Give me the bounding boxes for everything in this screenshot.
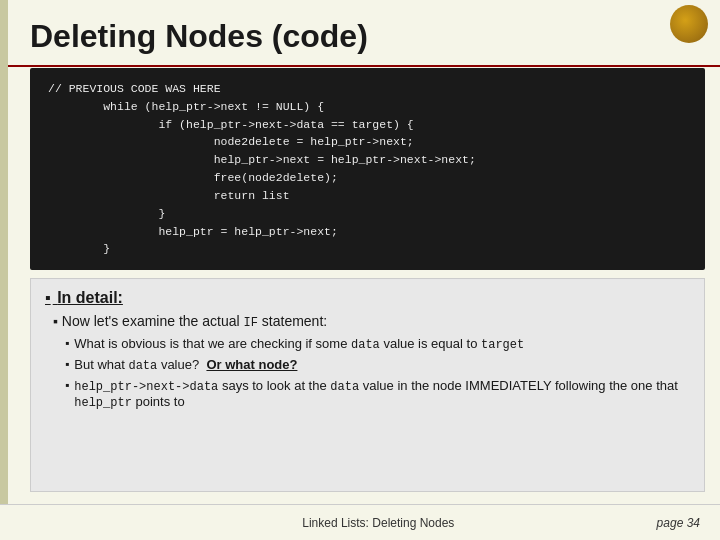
detail-title: In detail: <box>45 289 690 307</box>
detail-items: What is obvious is that we are checking … <box>65 336 690 410</box>
footer-page-number: page 34 <box>657 516 700 530</box>
footer-center-text: Linked Lists: Deleting Nodes <box>100 516 657 530</box>
footer: Linked Lists: Deleting Nodes page 34 <box>0 504 720 540</box>
detail-item-3: help_ptr->next->data says to look at the… <box>65 378 690 410</box>
title-rule <box>8 65 720 67</box>
code-block: // PREVIOUS CODE WAS HERE while (help_pt… <box>30 68 705 270</box>
page-title: Deleting Nodes (code) <box>30 18 368 55</box>
detail-item-2: But what data value? Or what node? <box>65 357 690 373</box>
slide-container: Deleting Nodes (code) // PREVIOUS CODE W… <box>0 0 720 540</box>
detail-item-1: What is obvious is that we are checking … <box>65 336 690 352</box>
globe-icon <box>670 5 708 43</box>
code-content: // PREVIOUS CODE WAS HERE while (help_pt… <box>48 80 687 258</box>
left-bar <box>0 0 8 540</box>
detail-box: In detail: ▪ Now let's examine the actua… <box>30 278 705 492</box>
logo-area <box>670 5 710 45</box>
detail-subtitle: ▪ Now let's examine the actual IF statem… <box>53 313 690 330</box>
